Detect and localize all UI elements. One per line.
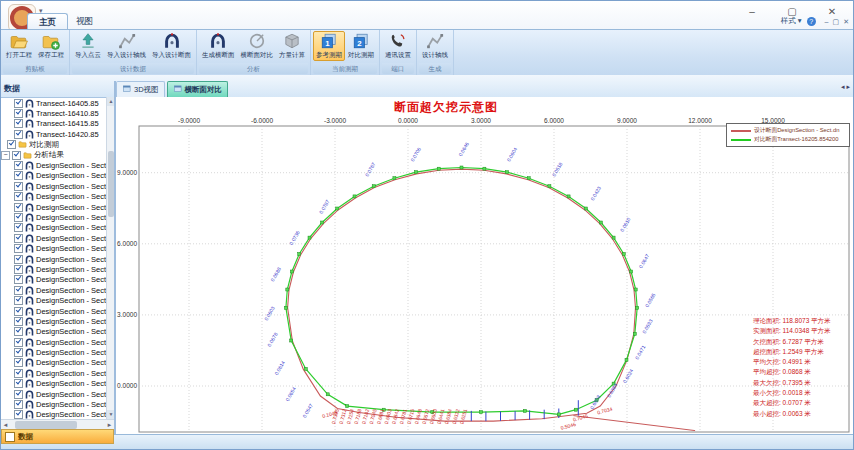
参考测期-button[interactable]: 1参考测期 (313, 31, 345, 61)
tree-item-label: DesignSection - Sect (36, 327, 106, 336)
tree-item-DesignSection - Sect[interactable]: DesignSection - Sect (1, 327, 106, 337)
tree-item-DesignSection - Sect[interactable]: DesignSection - Sect (1, 347, 106, 357)
tree-item-Transect-16405.85[interactable]: Transect-16405.85 (1, 98, 106, 108)
tree-item-DesignSection - Sect[interactable]: DesignSection - Sect (1, 389, 106, 399)
horizontal-scroll-thumb[interactable] (15, 421, 77, 429)
tree-item-DesignSection - Sect[interactable]: DesignSection - Sect (1, 160, 106, 170)
data-panel-tab[interactable]: 数据 (1, 429, 114, 444)
ribbon-close-icon[interactable]: ✕ (843, 18, 849, 25)
tree-item-label: DesignSection - Sect (36, 213, 106, 222)
tree-item-DesignSection - Sect[interactable]: DesignSection - Sect (1, 192, 106, 202)
tree-checkbox[interactable] (14, 317, 23, 326)
tree-checkbox[interactable] (14, 286, 23, 295)
tree-item-DesignSection - Sect[interactable]: DesignSection - Sect (1, 306, 106, 316)
tree-item-DesignSection - Sect[interactable]: DesignSection - Sect (1, 316, 106, 326)
ribbon-right-controls: 样式 ▾ ? –▢✕ (781, 16, 849, 26)
对比测期-button[interactable]: 2对比测期 (345, 31, 377, 61)
通讯设置-button[interactable]: 通讯设置 (382, 31, 414, 61)
tree-item-Transect-16410.85[interactable]: Transect-16410.85 (1, 108, 106, 118)
tree-item-Transect-16415.85[interactable]: Transect-16415.85 (1, 119, 106, 129)
tree-checkbox[interactable] (14, 369, 23, 378)
tree-item-DesignSection - Sect[interactable]: DesignSection - Sect (1, 295, 106, 305)
app-window: ▾ – ▢ ✕ 主页视图 样式 ▾ ? –▢✕ 打开工程保存工程剪贴板导入点云导… (0, 0, 854, 450)
tree-checkbox[interactable] (14, 130, 23, 139)
tree-item-DesignSection - Sect[interactable]: DesignSection - Sect (1, 358, 106, 368)
tree-item-Transect-16420.85[interactable]: Transect-16420.85 (1, 129, 106, 139)
生成横断面-button[interactable]: 生成横断面 (199, 31, 238, 61)
tree-item-DesignSection - Sect[interactable]: DesignSection - Sect (1, 171, 106, 181)
tree-item-DesignSection - Sect[interactable]: DesignSection - Sect (1, 368, 106, 378)
tree-checkbox[interactable] (14, 327, 23, 336)
tree-item-DesignSection - Sect[interactable]: DesignSection - Sect (1, 285, 106, 295)
tree-item-DesignSection - Sect[interactable]: DesignSection - Sect (1, 202, 106, 212)
tree-checkbox[interactable] (14, 99, 23, 108)
tunnel-section-icon (25, 390, 34, 399)
minimize-button[interactable]: – (739, 5, 765, 19)
tree-item-DesignSection - Sect[interactable]: DesignSection - Sect (1, 399, 106, 409)
方量计算-button[interactable]: 方量计算 (276, 31, 308, 61)
ribbon-tab-home[interactable]: 主页 (27, 13, 68, 30)
style-dropdown[interactable]: 样式 ▾ (781, 16, 802, 26)
ribbon-restore-icon[interactable]: ▢ (833, 18, 840, 25)
tree-checkbox[interactable] (14, 338, 23, 347)
tree-checkbox[interactable] (14, 119, 23, 128)
tree-item-DesignSection - Sect[interactable]: DesignSection - Sect (1, 223, 106, 233)
tree-checkbox[interactable] (14, 213, 23, 222)
tree-checkbox[interactable] (12, 151, 21, 160)
ribbon-tab-view[interactable]: 视图 (65, 13, 104, 29)
tunnel-section-icon (25, 317, 34, 326)
tree-item-DesignSection - Sect[interactable]: DesignSection - Sect (1, 212, 106, 222)
help-icon[interactable]: ? (807, 17, 816, 26)
tree-checkbox[interactable] (14, 400, 23, 409)
设计轴线-button[interactable]: 设计轴线 (419, 31, 451, 61)
tree-item-DesignSection - Sect[interactable]: DesignSection - Sect (1, 243, 106, 253)
tree-checkbox[interactable] (14, 234, 23, 243)
tree-checkbox[interactable] (14, 192, 23, 201)
tree-checkbox[interactable] (14, 109, 23, 118)
tree-item-DesignSection - Sect[interactable]: DesignSection - Sect (1, 181, 106, 191)
doc-tab-横断面对比[interactable]: 横断面对比 (167, 81, 229, 97)
tree-checkbox[interactable] (14, 358, 23, 367)
tree-checkbox[interactable] (14, 244, 23, 253)
tree-item-对比测期[interactable]: 对比测期 (1, 140, 106, 150)
tree-checkbox[interactable] (14, 348, 23, 357)
tree-item-DesignSection - Sect[interactable]: DesignSection - Sect (1, 275, 106, 285)
tree-item-DesignSection - Sect[interactable]: DesignSection - Sect (1, 264, 106, 274)
保存工程-button[interactable]: 保存工程 (35, 31, 67, 61)
tree-checkbox[interactable] (14, 223, 23, 232)
ribbon-minimize-icon[interactable]: – (825, 18, 829, 25)
tunnel-icon (163, 32, 181, 50)
tree-item-label: DesignSection - Sect (36, 192, 106, 201)
tree-item-分析结果[interactable]: −分析结果 (1, 150, 106, 160)
next-tab-button[interactable]: ▸ (846, 83, 852, 90)
expander-icon[interactable]: − (1, 151, 10, 160)
tree-checkbox[interactable] (14, 182, 23, 191)
tree-checkbox[interactable] (14, 265, 23, 274)
tree-item-DesignSection - Sect[interactable]: DesignSection - Sect (1, 233, 106, 243)
ribbon: 打开工程保存工程剪贴板导入点云导入设计轴线导入设计断面设计数据生成横断面横断面对… (1, 29, 854, 77)
导入点云-button[interactable]: 导入点云 (72, 31, 104, 61)
tree-checkbox[interactable] (14, 379, 23, 388)
导入设计轴线-button[interactable]: 导入设计轴线 (104, 31, 149, 61)
tree-item-DesignSection - Sect[interactable]: DesignSection - Sect (1, 337, 106, 347)
tree-checkbox[interactable] (7, 140, 16, 149)
tree-item-label: Transect-16415.85 (36, 119, 99, 128)
tree-checkbox[interactable] (14, 255, 23, 264)
tree-item-DesignSection - Sect[interactable]: DesignSection - Sect (1, 379, 106, 389)
tunnel-section-icon (25, 171, 34, 180)
横断面对比-button[interactable]: 横断面对比 (238, 31, 277, 61)
tree-checkbox[interactable] (14, 203, 23, 212)
doc-tab-3D视图[interactable]: 3D视图 (116, 81, 165, 97)
tree-item-DesignSection - Sect[interactable]: DesignSection - Sect (1, 254, 106, 264)
打开工程-button[interactable]: 打开工程 (3, 31, 35, 61)
tree-checkbox[interactable] (14, 296, 23, 305)
tree-checkbox[interactable] (14, 307, 23, 316)
tree-checkbox[interactable] (14, 171, 23, 180)
tree-checkbox[interactable] (14, 390, 23, 399)
stat-line: 理论面积: 118.8073 平方米 (753, 316, 831, 326)
tree-checkbox[interactable] (14, 161, 23, 170)
tree-checkbox[interactable] (14, 275, 23, 284)
导入设计断面-button[interactable]: 导入设计断面 (149, 31, 194, 61)
doc-tabs: 3D视图横断面对比 (116, 81, 228, 97)
tree-item-label: DesignSection - Sect (36, 244, 106, 253)
